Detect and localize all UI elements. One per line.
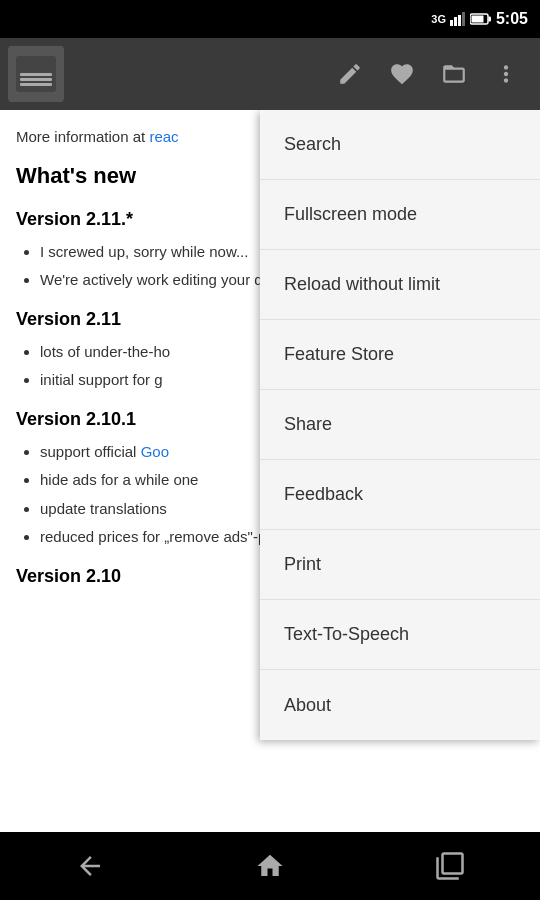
menu-item-feature-store[interactable]: Feature Store — [260, 320, 540, 390]
edit-icon — [337, 61, 363, 87]
status-bar: 3G 5:05 — [0, 0, 540, 38]
folder-button[interactable] — [428, 48, 480, 100]
home-icon — [255, 851, 285, 881]
back-icon — [75, 851, 105, 881]
nav-bar — [0, 832, 540, 900]
svg-rect-3 — [462, 12, 465, 26]
recents-icon — [435, 851, 465, 881]
menu-item-share[interactable]: Share — [260, 390, 540, 460]
folder-icon — [441, 61, 467, 87]
more-options-button[interactable] — [480, 48, 532, 100]
menu-item-about[interactable]: About — [260, 670, 540, 740]
toolbar — [0, 38, 540, 110]
signal-icon — [450, 12, 466, 26]
more-vert-icon — [493, 61, 519, 87]
menu-item-reload[interactable]: Reload without limit — [260, 250, 540, 320]
back-button[interactable] — [50, 832, 130, 900]
status-icons: 3G 5:05 — [431, 10, 528, 28]
favorite-button[interactable] — [376, 48, 428, 100]
menu-item-feedback[interactable]: Feedback — [260, 460, 540, 530]
home-button[interactable] — [230, 832, 310, 900]
content-area: More information at reac What's new Vers… — [0, 110, 540, 832]
dropdown-overlay: Search Fullscreen mode Reload without li… — [0, 110, 540, 832]
dropdown-menu: Search Fullscreen mode Reload without li… — [260, 110, 540, 740]
menu-item-tts[interactable]: Text-To-Speech — [260, 600, 540, 670]
menu-item-print[interactable]: Print — [260, 530, 540, 600]
svg-rect-2 — [458, 15, 461, 26]
app-logo — [8, 46, 64, 102]
heart-icon — [389, 61, 415, 87]
time-display: 5:05 — [496, 10, 528, 28]
svg-rect-1 — [454, 17, 457, 26]
menu-item-search[interactable]: Search — [260, 110, 540, 180]
menu-item-fullscreen[interactable]: Fullscreen mode — [260, 180, 540, 250]
recents-button[interactable] — [410, 832, 490, 900]
svg-rect-6 — [488, 17, 491, 22]
edit-button[interactable] — [324, 48, 376, 100]
battery-icon — [470, 12, 492, 26]
network-indicator: 3G — [431, 13, 446, 25]
svg-rect-0 — [450, 20, 453, 26]
svg-rect-5 — [471, 16, 483, 23]
